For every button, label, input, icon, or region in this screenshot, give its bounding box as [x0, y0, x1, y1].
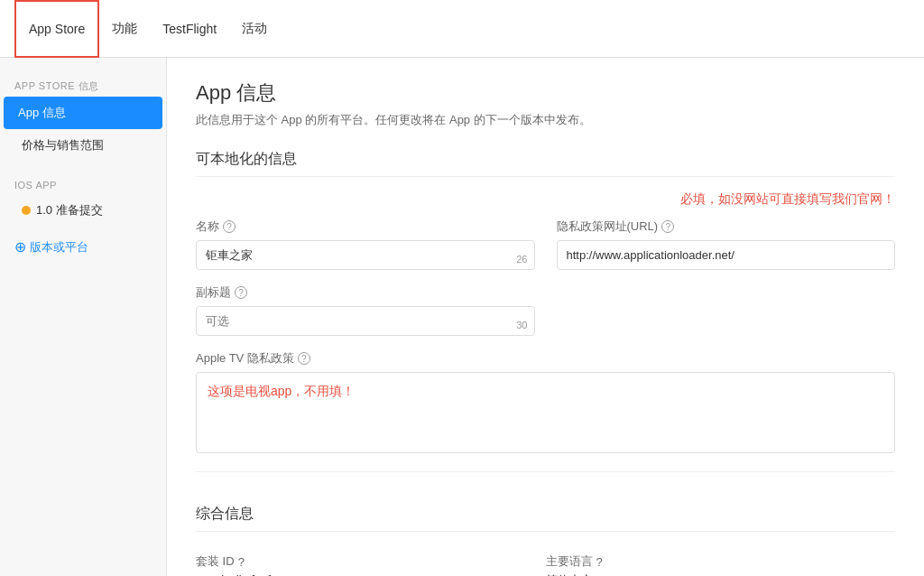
nav-item-activity[interactable]: 活动	[229, 0, 280, 58]
version-dot-icon	[22, 206, 31, 215]
sidebar-item-version[interactable]: 1.0 准备提交	[0, 194, 166, 227]
privacy-help-icon[interactable]: ?	[661, 220, 674, 233]
bundle-id-label: 套装 ID ?	[196, 553, 546, 570]
subtitle-label: 副标题 ?	[196, 284, 535, 301]
subtitle-input[interactable]	[196, 306, 535, 336]
privacy-input-wrapper	[557, 240, 896, 270]
sidebar-section-appstore: APP STORE 信息	[0, 72, 166, 97]
appletv-group: Apple TV 隐私政策 ? 这项是电视app，不用填！	[196, 350, 895, 453]
name-group: 名称 ? 26	[196, 218, 535, 270]
sidebar-version-label: 1.0 准备提交	[36, 202, 103, 218]
sidebar: APP STORE 信息 App 信息 价格与销售范围 IOS APP 1.0 …	[0, 58, 167, 576]
subtitle-right-spacer	[557, 284, 896, 336]
left-info-col: 套装 ID ? com.juzjia.fenfen SKU ? appid	[196, 546, 546, 576]
main-language-label: 主要语言 ?	[546, 553, 896, 570]
sidebar-item-price[interactable]: 价格与销售范围	[0, 129, 166, 162]
nav-features-label: 功能	[112, 21, 137, 37]
privacy-url-input[interactable]	[557, 240, 896, 270]
sidebar-price-label: 价格与销售范围	[22, 137, 104, 153]
page-title: App 信息	[196, 79, 895, 107]
name-input[interactable]	[196, 240, 535, 270]
name-privacy-row: 名称 ? 26 隐私政策网址(URL) ?	[196, 218, 895, 270]
appletv-textarea[interactable]: 这项是电视app，不用填！	[196, 372, 895, 453]
name-input-wrapper: 26	[196, 240, 535, 270]
localizable-section-title: 可本地化的信息	[196, 150, 895, 177]
nav-item-testflight[interactable]: TestFlight	[150, 0, 229, 58]
main-language-item: 主要语言 ? 简体中文	[546, 546, 896, 576]
bundle-id-value: com.juzjia.fenfen	[196, 572, 546, 576]
info-grid: 套装 ID ? com.juzjia.fenfen SKU ? appid	[196, 546, 895, 576]
nav-appstore-label: App Store	[29, 22, 85, 36]
required-note: 必填，如没网站可直接填写我们官网！	[196, 191, 895, 208]
subtitle-row: 副标题 ? 30	[196, 284, 895, 336]
nav-item-features[interactable]: 功能	[99, 0, 150, 58]
nav-item-appstore[interactable]: App Store	[14, 0, 99, 58]
nav-testflight-label: TestFlight	[162, 22, 217, 36]
page-description: 此信息用于这个 App 的所有平台。任何更改将在 App 的下一个版本中发布。	[196, 112, 895, 128]
name-help-icon[interactable]: ?	[223, 220, 236, 233]
main-content: App 信息 此信息用于这个 App 的所有平台。任何更改将在 App 的下一个…	[167, 58, 924, 576]
subtitle-group: 副标题 ? 30	[196, 284, 535, 336]
name-label: 名称 ?	[196, 218, 535, 235]
add-circle-icon: ⊕	[14, 240, 26, 255]
sidebar-add-label: 版本或平台	[30, 239, 88, 255]
sidebar-section-ios: IOS APP	[0, 172, 166, 194]
privacy-label: 隐私政策网址(URL) ?	[557, 218, 896, 235]
sidebar-add-platform[interactable]: ⊕ 版本或平台	[0, 230, 166, 265]
subtitle-input-wrapper: 30	[196, 306, 535, 336]
name-char-count: 26	[516, 254, 527, 265]
subtitle-help-icon[interactable]: ?	[235, 286, 247, 299]
summary-section: 综合信息 套装 ID ? com.juzjia.fenfen SKU	[196, 497, 895, 576]
section-divider	[196, 471, 895, 472]
nav-activity-label: 活动	[242, 21, 267, 37]
bundleid-help-icon[interactable]: ?	[238, 555, 245, 569]
main-language-value: 简体中文	[546, 572, 896, 576]
sidebar-appinfo-label: App 信息	[18, 105, 66, 121]
bundle-id-item: 套装 ID ? com.juzjia.fenfen	[196, 546, 546, 576]
summary-section-title: 综合信息	[196, 505, 895, 532]
privacy-url-group: 隐私政策网址(URL) ?	[557, 218, 896, 270]
right-info-col: 主要语言 ? 简体中文 类别 ? 购物	[546, 546, 896, 576]
sidebar-item-appinfo[interactable]: App 信息	[4, 97, 162, 129]
subtitle-char-count: 30	[516, 320, 527, 330]
main-layout: APP STORE 信息 App 信息 价格与销售范围 IOS APP 1.0 …	[0, 58, 924, 576]
top-nav: App Store 功能 TestFlight 活动	[0, 0, 924, 58]
appletv-help-icon[interactable]: ?	[298, 352, 310, 365]
appletv-label: Apple TV 隐私政策 ?	[196, 350, 895, 367]
mainlang-help-icon[interactable]: ?	[596, 555, 603, 569]
